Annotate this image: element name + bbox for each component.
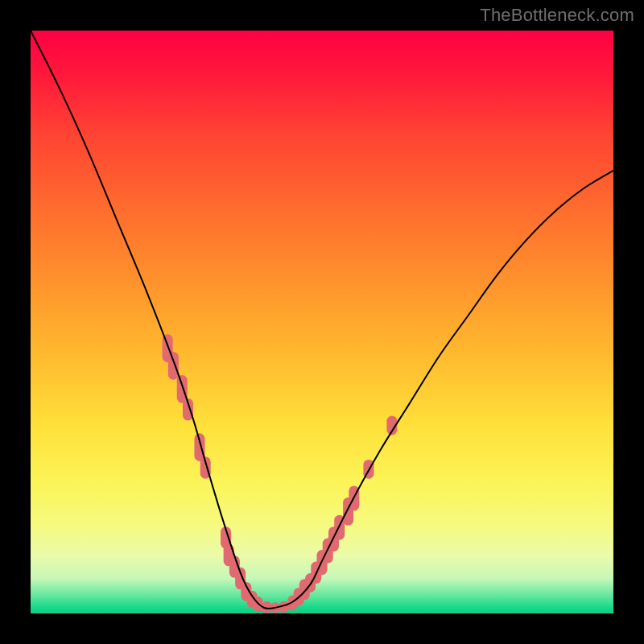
chart-stage: TheBottleneck.com — [0, 0, 644, 644]
bottleneck-curve — [31, 31, 613, 609]
marker-layer — [167, 340, 392, 609]
plot-area — [31, 31, 613, 613]
curve-layer — [31, 31, 613, 613]
watermark-label: TheBottleneck.com — [480, 5, 634, 26]
